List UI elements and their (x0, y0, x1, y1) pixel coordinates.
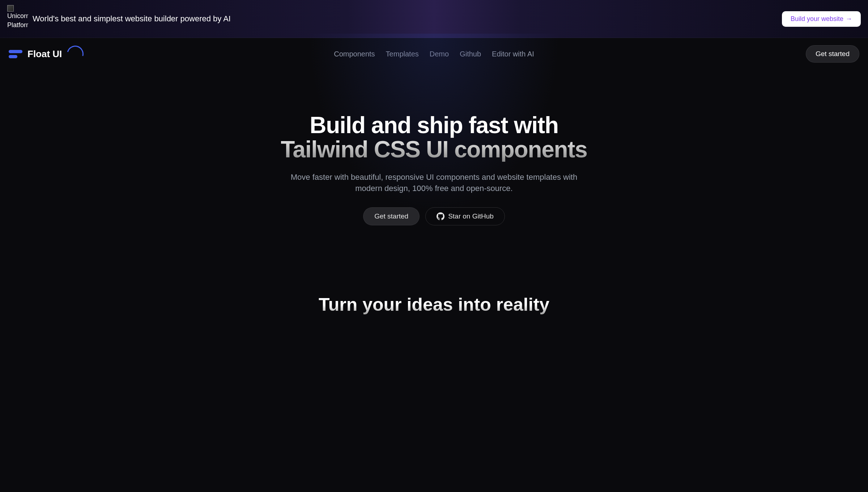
banner-left: Unicorn Platform World's best and simple… (7, 5, 776, 33)
nav-link-components[interactable]: Components (334, 50, 375, 58)
brand-name: Float UI (27, 48, 62, 60)
arrow-right-icon: → (846, 15, 852, 23)
nav-link-github[interactable]: Github (460, 50, 481, 58)
hero-section: Build and ship fast with Tailwind CSS UI… (0, 70, 868, 254)
section-title: Turn your ideas into reality (0, 294, 868, 315)
spinner-icon (64, 43, 87, 65)
nav-link-demo[interactable]: Demo (430, 50, 449, 58)
hero-title: Build and ship fast with Tailwind CSS UI… (271, 113, 597, 162)
nav-brand[interactable]: Float UI (9, 46, 84, 62)
star-github-button[interactable]: Star on GitHub (425, 207, 505, 225)
build-website-button[interactable]: Build your website → (782, 11, 861, 27)
promo-banner: Unicorn Platform World's best and simple… (0, 0, 868, 38)
nav-link-templates[interactable]: Templates (386, 50, 419, 58)
star-github-label: Star on GitHub (448, 212, 494, 220)
nav-link-editor-ai[interactable]: Editor with AI (492, 50, 534, 58)
float-logo-icon (9, 47, 22, 61)
main-nav: Float UI Components Templates Demo Githu… (0, 38, 868, 70)
banner-cta-label: Build your website (791, 15, 843, 23)
nav-links: Components Templates Demo Github Editor … (334, 50, 534, 58)
unicorn-logo-broken-image: Unicorn Platform (7, 5, 28, 33)
hero-subtitle: Move faster with beautiful, responsive U… (289, 172, 579, 194)
hero-get-started-button[interactable]: Get started (363, 207, 420, 225)
hero-actions: Get started Star on GitHub (14, 207, 854, 225)
get-started-button[interactable]: Get started (806, 45, 859, 63)
banner-text: World's best and simplest website builde… (33, 14, 231, 24)
github-icon (437, 212, 444, 220)
